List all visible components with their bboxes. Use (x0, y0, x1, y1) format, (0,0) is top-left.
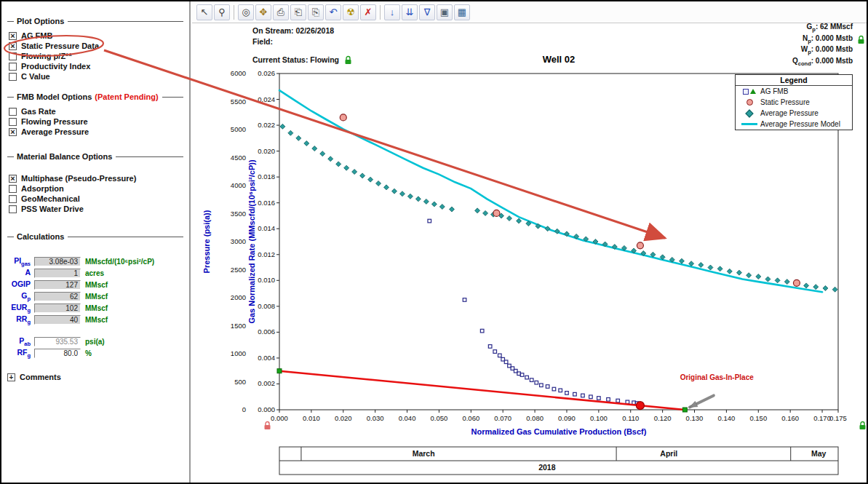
rf-unit: % (85, 349, 92, 357)
calc-row-ogip: OGIP 127 MMscf (7, 279, 183, 290)
checkbox-adsorption[interactable]: Adsorption (9, 183, 183, 194)
checkbox-pss-water-drive[interactable]: PSS Water Drive (9, 204, 183, 214)
checkbox-box[interactable] (9, 195, 17, 203)
checkbox-box[interactable]: × (9, 128, 17, 136)
checkbox-box[interactable] (9, 73, 17, 81)
plot-options-title: Plot Options (17, 17, 64, 25)
chart-panel: ↖ ⚲ ◎ ✥ ⎙ ⎗ ⎘ ↶ ☢ ✗ ↓ ⇊ ∇ ▣ ▦ 0.0000.010… (192, 1, 868, 484)
eur-value: 102 (34, 304, 81, 313)
pi-gas-unit: MMscfd/(10⁶psi²/cP) (85, 258, 154, 266)
svg-text:0.175: 0.175 (829, 414, 847, 422)
rr-value: 40 (34, 315, 81, 325)
svg-text:0.026: 0.026 (258, 69, 275, 77)
svg-text:0.008: 0.008 (258, 302, 275, 310)
lock-icon[interactable] (263, 421, 271, 430)
rr-label: RRg (7, 314, 31, 325)
calc-row-area: A 1 acres (7, 268, 183, 279)
area-unit: acres (85, 269, 104, 277)
checkbox-box[interactable] (9, 118, 17, 126)
checkbox-label: Multiphase (Pseudo-Pressure) (21, 174, 136, 183)
fmb-model-options-title: FMB Model Options (17, 92, 92, 101)
checkbox-geomechanical[interactable]: GeoMechanical (9, 194, 183, 204)
checkbox-label: Gas Rate (21, 107, 56, 116)
lock-icon[interactable] (857, 35, 865, 44)
svg-text:May: May (811, 449, 827, 458)
checkbox-productivity-index[interactable]: Productivity Index (9, 61, 183, 71)
checkbox-flowing-pz[interactable]: Flowing p/Z** (9, 51, 183, 61)
expand-icon[interactable]: + (7, 373, 15, 381)
svg-text:0.016: 0.016 (258, 199, 275, 207)
checkbox-label: Adsorption (21, 184, 64, 193)
calc-row-gp: Gp 62 MMscf (7, 291, 183, 302)
legend-item-average-pressure-model: Average Pressure Model (736, 119, 852, 130)
section-calculations: Calculations (7, 231, 183, 242)
pi-gas-label: PIgas (7, 256, 31, 267)
svg-text:0.110: 0.110 (622, 414, 639, 422)
stat-gp: Gp62 MMscf (792, 23, 853, 34)
checkbox-box[interactable]: × (9, 42, 17, 50)
series-average-pressure (280, 124, 837, 292)
calc-row-pi-gas: PIgas 3.08e-03 MMscfd/(10⁶psi²/cP) (7, 256, 183, 267)
checkbox-box[interactable] (9, 52, 17, 60)
calc-row-pab: Pab psi(a) (7, 336, 183, 347)
checkbox-box[interactable] (9, 185, 17, 193)
field-label: Field: (252, 36, 352, 47)
ogip-label: OGIP (7, 279, 31, 290)
pab-unit: psi(a) (85, 338, 105, 346)
comments-expander[interactable]: + Comments (7, 372, 183, 382)
svg-text:0.130: 0.130 (686, 414, 704, 422)
svg-text:April: April (660, 449, 677, 458)
svg-text:1000: 1000 (231, 349, 246, 357)
svg-text:5500: 5500 (231, 98, 246, 106)
blue-square-icon (743, 89, 749, 95)
svg-text:2500: 2500 (231, 266, 246, 274)
well-info: On Stream: 02/26/2018 Field: Current Sta… (252, 25, 352, 66)
cyan-line-icon (741, 123, 757, 125)
checkbox-label: Productivity Index (21, 62, 90, 71)
rate-axis-title: Gas Normalized Rate (MMscfd/(10⁶psi²/cP)… (247, 159, 256, 323)
checkbox-ag-fmb[interactable]: × AG FMB (9, 31, 183, 41)
material-balance-options-title: Material Balance Options (17, 152, 112, 161)
checkbox-c-value[interactable]: C Value (9, 71, 183, 82)
x-axis-title: Normalized Gas Cumulative Production (Bs… (471, 427, 647, 436)
ogip-unit: MMscf (85, 281, 108, 289)
rr-unit: MMscf (85, 316, 108, 324)
stat-np: Np0.000 Mstb (792, 34, 853, 46)
ogip-value: 127 (34, 280, 81, 290)
comments-label: Comments (20, 373, 61, 381)
checkbox-label: Average Pressure (21, 127, 89, 136)
legend-title: Legend (736, 75, 852, 86)
section-plot-options: Plot Options (7, 16, 183, 26)
checkbox-label: Flowing Pressure (21, 117, 88, 126)
checkbox-flowing-pressure[interactable]: Flowing Pressure (9, 116, 183, 127)
checkbox-label: Flowing p/Z** (21, 52, 72, 60)
gp-unit: MMscf (85, 293, 108, 301)
lock-icon[interactable] (859, 421, 867, 430)
checkbox-box[interactable] (9, 63, 17, 71)
checkbox-static-pressure-data[interactable]: × Static Pressure Data (9, 41, 183, 51)
rf-input[interactable] (34, 349, 81, 358)
production-stats: Gp62 MMscf Np0.000 Mstb Wp0.000 Mstb Qco… (792, 23, 853, 68)
pab-label: Pab (7, 336, 31, 347)
svg-text:0.018: 0.018 (258, 172, 275, 180)
checkbox-box[interactable]: × (9, 32, 17, 40)
checkbox-box[interactable] (9, 108, 17, 116)
svg-text:0.170: 0.170 (813, 414, 831, 422)
teal-diamond-icon (745, 109, 753, 117)
svg-text:0.120: 0.120 (654, 414, 672, 422)
svg-text:0.000: 0.000 (258, 405, 275, 413)
svg-text:0.000: 0.000 (271, 414, 288, 422)
checkbox-multiphase[interactable]: × Multiphase (Pseudo-Pressure) (9, 173, 183, 183)
checkbox-average-pressure[interactable]: × Average Pressure (9, 127, 183, 137)
checkbox-box[interactable]: × (9, 175, 17, 183)
svg-text:0.014: 0.014 (258, 224, 275, 232)
calculations-title: Calculations (17, 232, 64, 241)
svg-text:6000: 6000 (231, 69, 246, 77)
fmb-analysis-window: Plot Options × AG FMB × Static Pressure … (0, 0, 868, 484)
pab-input[interactable] (34, 337, 81, 346)
checkbox-label: PSS Water Drive (21, 205, 84, 213)
checkbox-label: Static Pressure Data (21, 41, 99, 50)
checkbox-box[interactable] (9, 205, 17, 213)
lock-icon[interactable] (344, 55, 352, 65)
checkbox-gas-rate[interactable]: Gas Rate (9, 106, 183, 116)
